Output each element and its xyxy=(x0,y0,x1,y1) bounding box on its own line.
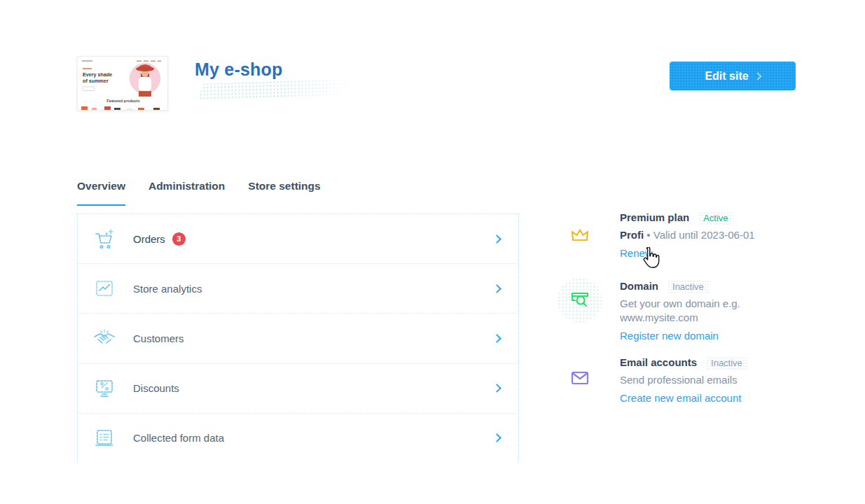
status-column: Premium plan Active Profi • Valid until … xyxy=(558,211,796,405)
domain-status-badge: Inactive xyxy=(667,280,709,293)
renew-link[interactable]: Renew xyxy=(620,247,653,259)
menu-row-customers[interactable]: Customers xyxy=(78,314,518,363)
cart-icon xyxy=(92,226,117,251)
chevron-right-icon xyxy=(492,334,501,343)
edit-site-label: Edit site xyxy=(705,70,748,83)
menu-label-customers: Customers xyxy=(133,332,184,344)
tab-store-settings[interactable]: Store settings xyxy=(248,178,320,206)
menu-row-store-analytics[interactable]: Store analytics xyxy=(78,264,518,314)
thumb-hero-line2: of summer xyxy=(83,78,109,84)
title-dotted-decoration xyxy=(199,78,352,101)
email-status-badge: Inactive xyxy=(706,356,747,370)
chevron-right-icon xyxy=(492,434,501,443)
form-data-laptop-icon xyxy=(92,426,117,451)
thumb-hero-line1: Every shade xyxy=(83,71,112,78)
chevron-right-icon xyxy=(492,384,501,393)
domain-description: Get your own domain e.g. www.mysite.com xyxy=(620,297,753,325)
premium-plan-card: Premium plan Active Profi • Valid until … xyxy=(558,211,796,260)
register-domain-link[interactable]: Register new domain xyxy=(620,330,719,342)
site-preview-thumbnail[interactable]: Every shade of summer Featured products xyxy=(77,56,168,111)
premium-plan-status-badge: Active xyxy=(698,211,733,225)
handshake-icon xyxy=(92,326,117,351)
menu-label-collected-form-data: Collected form data xyxy=(133,432,224,444)
thumb-featured-label: Featured products xyxy=(106,99,139,103)
discount-monitor-icon xyxy=(92,376,117,401)
domain-title: Domain xyxy=(620,280,658,292)
domain-icon-background xyxy=(558,278,602,323)
menu-row-orders[interactable]: Orders 3 xyxy=(78,214,518,264)
site-preview-art: Every shade of summer Featured products xyxy=(78,57,168,111)
analytics-icon xyxy=(92,276,117,301)
tab-bar: Overview Administration Store settings xyxy=(77,178,321,206)
menu-label-discounts: Discounts xyxy=(133,382,179,394)
tab-administration[interactable]: Administration xyxy=(148,178,225,206)
domain-card: Domain Inactive Get your own domain e.g.… xyxy=(558,278,796,342)
chevron-right-icon xyxy=(754,72,761,80)
plan-name: Profi xyxy=(620,229,644,241)
menu-row-collected-form-data[interactable]: Collected form data xyxy=(78,414,518,463)
page-title: My e-shop xyxy=(195,59,282,80)
menu-label-store-analytics: Store analytics xyxy=(133,283,202,295)
email-accounts-card: Email accounts Inactive Send professiona… xyxy=(558,356,796,405)
menu-row-discounts[interactable]: Discounts xyxy=(78,364,518,414)
menu-label-orders: Orders xyxy=(133,233,165,245)
overview-menu-panel: Orders 3 Store analytics Customers xyxy=(77,214,519,463)
chevron-right-icon xyxy=(492,234,501,244)
edit-site-button[interactable]: Edit site xyxy=(670,62,796,90)
tab-overview[interactable]: Overview xyxy=(77,178,125,206)
plan-validity: • Valid until 2023-06-01 xyxy=(644,229,754,241)
create-email-link[interactable]: Create new email account xyxy=(620,392,741,404)
premium-plan-title: Premium plan xyxy=(620,211,689,223)
email-envelope-icon xyxy=(571,371,589,385)
domain-search-icon xyxy=(569,291,590,309)
email-accounts-title: Email accounts xyxy=(620,356,697,368)
crown-icon xyxy=(571,227,589,243)
email-description: Send professional emails xyxy=(620,373,760,387)
orders-count-badge: 3 xyxy=(172,232,186,246)
chevron-right-icon xyxy=(492,284,501,293)
